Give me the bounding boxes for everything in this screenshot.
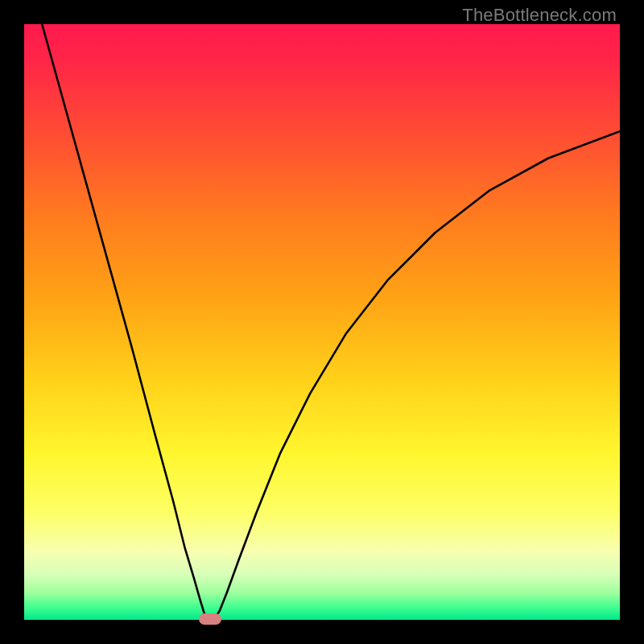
- chart-frame: TheBottleneck.com: [0, 0, 644, 644]
- watermark-text: TheBottleneck.com: [462, 5, 617, 26]
- curve-right-branch: [215, 131, 620, 618]
- curve-left-branch: [42, 24, 206, 618]
- curve-layer: [24, 24, 620, 620]
- minimum-marker: [199, 613, 221, 625]
- plot-area: [24, 24, 620, 620]
